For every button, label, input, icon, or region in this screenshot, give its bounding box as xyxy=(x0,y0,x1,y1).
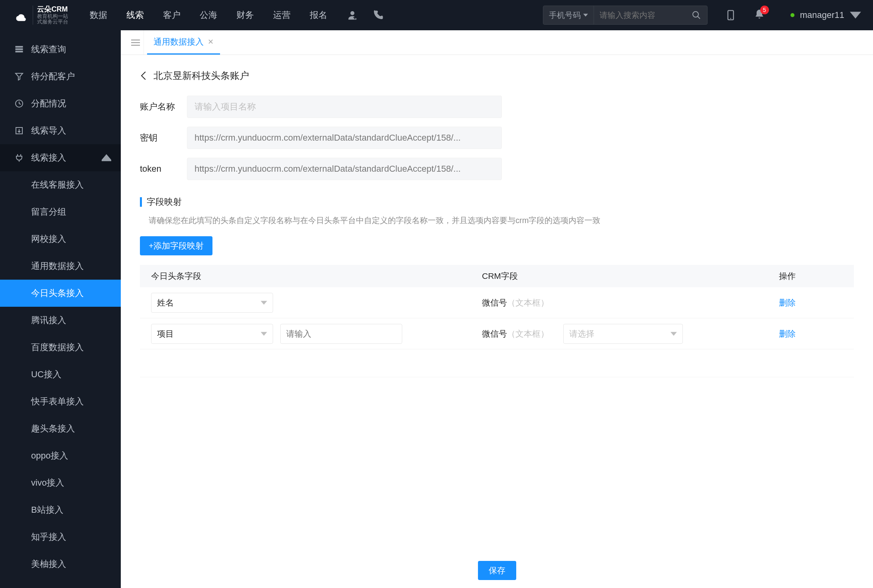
account-name-input[interactable] xyxy=(187,96,502,118)
page-title: 北京昱新科技头条账户 xyxy=(153,69,249,82)
filter-icon xyxy=(14,72,24,81)
chevron-up-icon xyxy=(102,153,111,163)
sidebar-item[interactable]: 线索导入 xyxy=(0,117,121,144)
chevron-down-icon xyxy=(261,300,267,306)
sidebar-sub-item[interactable]: 知乎接入 xyxy=(0,523,121,551)
svg-line-4 xyxy=(698,16,700,19)
secret-label: 密钥 xyxy=(140,132,187,144)
svg-point-6 xyxy=(730,18,731,19)
search-group: 手机号码 xyxy=(543,6,708,25)
th-crm-field: CRM字段 xyxy=(482,270,779,282)
add-field-mapping-button[interactable]: +添加字段映射 xyxy=(140,236,212,255)
svg-rect-7 xyxy=(16,46,23,47)
sidebar-sub-item[interactable]: 今日头条接入 xyxy=(0,280,121,307)
main-area: 通用数据接入 ✕ 北京昱新科技头条账户 账户名称 密钥 token xyxy=(121,30,873,588)
user-add-icon[interactable] xyxy=(346,9,358,21)
mobile-icon[interactable] xyxy=(725,10,736,21)
logo: 云朵CRM 教育机构一站式服务云平台 xyxy=(12,6,68,25)
sidebar-item[interactable]: 线索查询 xyxy=(0,36,121,63)
sidebar-sub-item[interactable]: 美柚接入 xyxy=(0,551,121,578)
sidebar-item[interactable]: 待分配客户 xyxy=(0,63,121,90)
crm-field-select[interactable]: 请选择 xyxy=(563,324,683,344)
username: manager11 xyxy=(800,10,844,20)
svg-rect-8 xyxy=(16,49,23,50)
sidebar-sub-item[interactable]: 百度数据接入 xyxy=(0,334,121,361)
chevron-left-icon xyxy=(140,72,148,80)
chevron-down-icon xyxy=(583,13,588,18)
toutiao-field-input[interactable] xyxy=(280,324,402,344)
tab-bar: 通用数据接入 ✕ xyxy=(121,30,873,55)
account-name-label: 账户名称 xyxy=(140,101,187,113)
sidebar-item[interactable]: 线索接入 xyxy=(0,144,121,171)
breadcrumb-back[interactable]: 北京昱新科技头条账户 xyxy=(140,69,854,82)
toutiao-field-select[interactable]: 项目 xyxy=(151,324,273,344)
sidebar-sub-item[interactable]: B站接入 xyxy=(0,496,121,523)
save-button[interactable]: 保存 xyxy=(478,561,516,580)
notification-bell[interactable]: 5 xyxy=(754,9,765,22)
sidebar-sub-item[interactable]: oppo接入 xyxy=(0,442,121,469)
nav-item[interactable]: 线索 xyxy=(126,9,144,21)
svg-rect-9 xyxy=(16,51,23,52)
delete-row-link[interactable]: 删除 xyxy=(779,298,796,307)
table-row: 项目 微信号（文本框） 请选择 删除 xyxy=(140,318,854,349)
chevron-down-icon xyxy=(850,10,861,21)
search-icon xyxy=(692,10,701,20)
sidebar-sub-item[interactable]: 网校接入 xyxy=(0,225,121,253)
nav-item[interactable]: 数据 xyxy=(90,9,107,21)
sidebar-sub-item[interactable]: vivo接入 xyxy=(0,469,121,496)
sidebar-sub-item[interactable]: 通用数据接入 xyxy=(0,253,121,280)
sidebar-item[interactable]: 分配情况 xyxy=(0,90,121,117)
sidebar-sub-item[interactable]: 快手表单接入 xyxy=(0,388,121,415)
th-actions: 操作 xyxy=(779,270,843,282)
svg-point-3 xyxy=(693,12,698,17)
nav-item[interactable]: 公海 xyxy=(200,9,217,21)
sidebar-sub-item[interactable]: 腾讯接入 xyxy=(0,307,121,334)
field-mapping-title: 字段映射 xyxy=(140,196,854,208)
phone-icon[interactable] xyxy=(372,9,384,21)
svg-point-0 xyxy=(350,11,354,15)
nav-item[interactable]: 客户 xyxy=(163,9,181,21)
search-button[interactable] xyxy=(686,10,707,20)
menu-collapse-icon xyxy=(131,38,140,47)
status-dot-icon xyxy=(790,13,794,17)
search-type-select[interactable]: 手机号码 xyxy=(543,6,594,24)
secret-input[interactable] xyxy=(187,127,502,149)
nav-item[interactable]: 财务 xyxy=(236,9,254,21)
top-header: 云朵CRM 教育机构一站式服务云平台 数据线索客户公海财务运营报名 手机号码 5 xyxy=(0,0,873,30)
toutiao-field-select[interactable]: 姓名 xyxy=(151,293,273,313)
sidebar-sub-item[interactable]: UC接入 xyxy=(0,361,121,388)
chevron-down-icon xyxy=(261,331,267,337)
field-mapping-hint: 请确保您在此填写的头条自定义字段名称与在今日头条平台中自定义的字段名称一致，并且… xyxy=(149,215,854,226)
token-input[interactable] xyxy=(187,158,502,180)
delete-row-link[interactable]: 删除 xyxy=(779,329,796,338)
nav-item[interactable]: 报名 xyxy=(310,9,327,21)
collapse-sidebar-button[interactable] xyxy=(127,30,144,55)
user-menu[interactable]: manager11 xyxy=(790,10,861,21)
clock-icon xyxy=(14,99,24,108)
top-nav: 数据线索客户公海财务运营报名 xyxy=(90,9,327,21)
cloud-logo-icon xyxy=(12,7,29,24)
th-toutiao-field: 今日头条字段 xyxy=(151,270,482,282)
sidebar-sub-item[interactable]: 留言分组 xyxy=(0,198,121,225)
logo-brand: 云朵CRM xyxy=(37,6,68,14)
mapping-table: 今日头条字段 CRM字段 操作 姓名 微信号（文本框） 删除 xyxy=(140,265,854,377)
close-tab-icon[interactable]: ✕ xyxy=(208,37,214,46)
page-content: 北京昱新科技头条账户 账户名称 密钥 token 字段映射 请确保您在此填写的头… xyxy=(121,55,873,588)
save-bar: 保存 xyxy=(121,553,873,588)
tab-general-data[interactable]: 通用数据接入 ✕ xyxy=(147,30,220,55)
nav-item[interactable]: 运营 xyxy=(273,9,291,21)
chevron-down-icon xyxy=(670,331,677,337)
table-row: 姓名 微信号（文本框） 删除 xyxy=(140,287,854,318)
token-label: token xyxy=(140,164,187,174)
search-input[interactable] xyxy=(594,11,686,20)
svg-rect-2 xyxy=(354,17,357,18)
sidebar-sub-item[interactable]: 趣头条接入 xyxy=(0,415,121,442)
sidebar-sub-item[interactable]: 在线客服接入 xyxy=(0,171,121,198)
plug-icon xyxy=(14,153,24,163)
export-icon xyxy=(14,126,24,135)
sidebar: 线索查询待分配客户分配情况线索导入线索接入在线客服接入留言分组网校接入通用数据接… xyxy=(0,30,121,588)
notification-badge: 5 xyxy=(760,6,769,14)
list-icon xyxy=(14,45,24,54)
